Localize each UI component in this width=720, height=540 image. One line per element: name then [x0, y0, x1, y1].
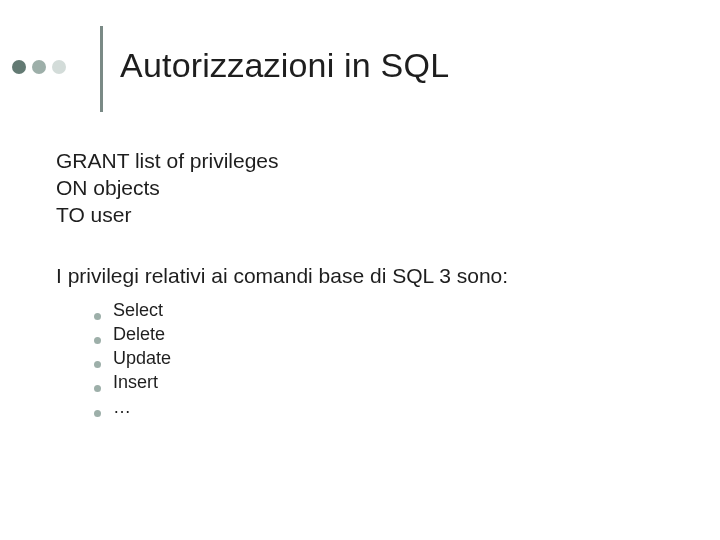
grant-line-2: ON objects: [56, 175, 680, 202]
title-bullet-row: [12, 60, 66, 74]
list-item-label: Select: [113, 298, 163, 322]
title-divider: [100, 26, 103, 112]
bullet-icon: [94, 410, 101, 417]
title-bullet-icon: [52, 60, 66, 74]
bullet-icon: [94, 337, 101, 344]
list-item-label: …: [113, 395, 131, 419]
list-item: …: [94, 395, 680, 419]
privileges-section: I privilegi relativi ai comandi base di …: [56, 263, 680, 419]
bullet-icon: [94, 385, 101, 392]
privileges-list: Select Delete Update Insert …: [56, 298, 680, 419]
title-bullet-icon: [12, 60, 26, 74]
slide-body: GRANT list of privileges ON objects TO u…: [56, 148, 680, 419]
grant-line-3: TO user: [56, 202, 680, 229]
list-item: Update: [94, 346, 680, 370]
list-item-label: Update: [113, 346, 171, 370]
title-block: Autorizzazioni in SQL: [12, 28, 700, 118]
list-item: Delete: [94, 322, 680, 346]
list-item: Insert: [94, 370, 680, 394]
grant-line-1: GRANT list of privileges: [56, 148, 680, 175]
slide: Autorizzazioni in SQL GRANT list of priv…: [0, 0, 720, 540]
bullet-icon: [94, 361, 101, 368]
privileges-heading: I privilegi relativi ai comandi base di …: [56, 263, 680, 290]
slide-title: Autorizzazioni in SQL: [120, 46, 449, 85]
list-item: Select: [94, 298, 680, 322]
list-item-label: Insert: [113, 370, 158, 394]
grant-syntax-block: GRANT list of privileges ON objects TO u…: [56, 148, 680, 229]
title-bullet-icon: [32, 60, 46, 74]
list-item-label: Delete: [113, 322, 165, 346]
bullet-icon: [94, 313, 101, 320]
